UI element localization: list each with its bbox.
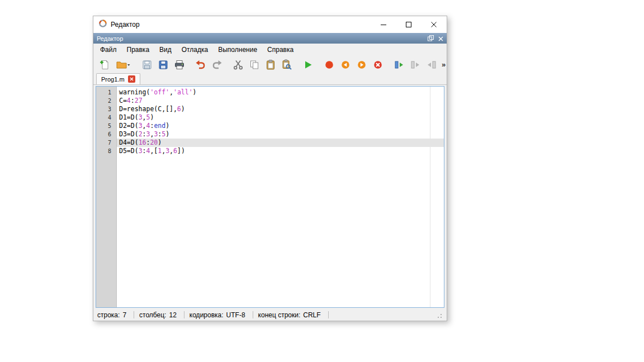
new-script-button[interactable] [96,57,112,72]
step-in-icon [410,59,421,70]
status-separator [328,311,329,318]
print-button[interactable] [171,57,187,72]
status-bar: строка:7столбец:12кодировка:UTF-8конец с… [93,309,447,321]
menu-item-debug[interactable]: Отладка [177,44,213,55]
save-icon [141,59,153,70]
menu-bar: ФайлПравкаВидОтладкаВыполнениеСправка [93,44,447,56]
line-number[interactable]: 4 [96,113,116,122]
redo-button[interactable] [209,57,225,72]
open-file-button[interactable] [112,57,134,72]
open-file-icon [116,59,130,70]
line-number[interactable]: 7 [96,139,116,147]
status-separator [184,311,184,318]
resize-grip-icon [435,311,443,319]
menu-item-help[interactable]: Справка [262,44,299,55]
resize-grip[interactable] [435,311,443,319]
step-out-icon [426,59,437,70]
code-line[interactable]: D4=D(16:20) [117,139,444,147]
toolbar: » [93,56,447,73]
run-icon [302,59,314,70]
code-area[interactable]: warning('off','all')C=4:27D=reshape(C,[]… [117,87,444,307]
menu-item-file[interactable]: Файл [95,44,122,55]
tab-bar: Prog1.m [93,73,447,85]
line-number[interactable]: 2 [96,97,116,105]
tab-prog1[interactable]: Prog1.m [96,73,140,84]
paste-button[interactable] [262,57,278,72]
cut-icon [233,59,244,70]
float-window-icon [428,35,434,41]
toggle-breakpoint-button[interactable] [321,57,337,72]
minimize-icon [381,22,387,28]
title-bar: Редактор [93,16,447,33]
toggle-breakpoint-icon [324,59,335,70]
remove-all-breakpoints-icon [372,59,383,70]
step-icon [394,59,405,70]
line-number[interactable]: 3 [96,105,116,113]
code-line[interactable]: D1=D(3,5) [117,113,444,122]
status-encoding-value: UTF-8 [226,311,245,319]
dock-title-bar: Редактор [93,33,447,44]
dock-float-button[interactable] [428,34,434,44]
status-separator [253,311,253,318]
line-number[interactable]: 6 [96,130,116,139]
editor-area: 12345678 warning('off','all')C=4:27D=res… [96,86,444,308]
paste-icon [265,59,276,70]
status-line-value: 7 [122,311,126,319]
step-in-button[interactable] [407,57,423,72]
save-as-icon [158,59,169,70]
maximize-button[interactable] [396,16,422,33]
minimize-button[interactable] [371,16,396,33]
menu-item-run[interactable]: Выполнение [213,44,262,55]
dock-close-icon [438,36,443,41]
redo-icon [211,59,222,70]
line-number[interactable]: 1 [96,88,116,97]
status-eol-value: CRLF [303,311,320,319]
step-out-button[interactable] [423,57,439,72]
code-line[interactable]: warning('off','all') [117,88,444,97]
cut-button[interactable] [230,57,246,72]
status-encoding-label: кодировка: [190,311,224,319]
print-icon [174,59,185,70]
status-eol-label: конец строки: [258,311,301,319]
status-separator [134,311,134,318]
status-line-label: строка: [97,311,120,319]
code-line[interactable]: C=4:27 [117,97,444,105]
app-icon [98,19,107,30]
status-column-value: 12 [169,311,176,319]
undo-icon [195,59,206,70]
remove-all-breakpoints-button[interactable] [370,57,386,72]
previous-breakpoint-icon [340,59,351,70]
next-breakpoint-button[interactable] [353,57,370,72]
tab-close-button[interactable] [128,75,135,83]
tab-label: Prog1.m [101,76,125,83]
find-replace-icon [281,59,292,70]
status-bar-items: строка:7столбец:12кодировка:UTF-8конец с… [97,311,334,319]
step-button[interactable] [391,57,407,72]
close-icon [431,22,437,28]
status-column-label: столбец: [139,311,166,319]
code-line[interactable]: D3=D(2:3,3:5) [117,130,444,139]
new-script-icon [99,59,110,70]
save-button[interactable] [139,57,155,72]
code-line[interactable]: D=reshape(C,[],6) [117,105,444,113]
line-number-gutter[interactable]: 12345678 [96,87,117,307]
menu-item-view[interactable]: Вид [154,44,177,55]
dropdown-arrow-icon [127,64,130,66]
code-line[interactable]: D2=D(3,4:end) [117,122,444,130]
menu-item-edit[interactable]: Правка [122,44,155,55]
close-button[interactable] [422,16,447,33]
line-number[interactable]: 8 [96,147,116,155]
save-as-button[interactable] [155,57,171,72]
dock-close-button[interactable] [438,34,443,44]
previous-breakpoint-button[interactable] [337,57,353,72]
next-breakpoint-icon [356,59,367,70]
code-line[interactable]: D5=D(3:4,[1,3,6]) [117,147,444,155]
run-button[interactable] [300,57,316,72]
line-number[interactable]: 5 [96,122,116,130]
copy-button[interactable] [246,57,262,72]
find-replace-button[interactable] [278,57,295,72]
toolbar-overflow-button[interactable]: » [439,60,448,69]
editor-window: Редактор Редактор [93,16,447,321]
window-title: Редактор [111,21,140,28]
undo-button[interactable] [192,57,209,72]
